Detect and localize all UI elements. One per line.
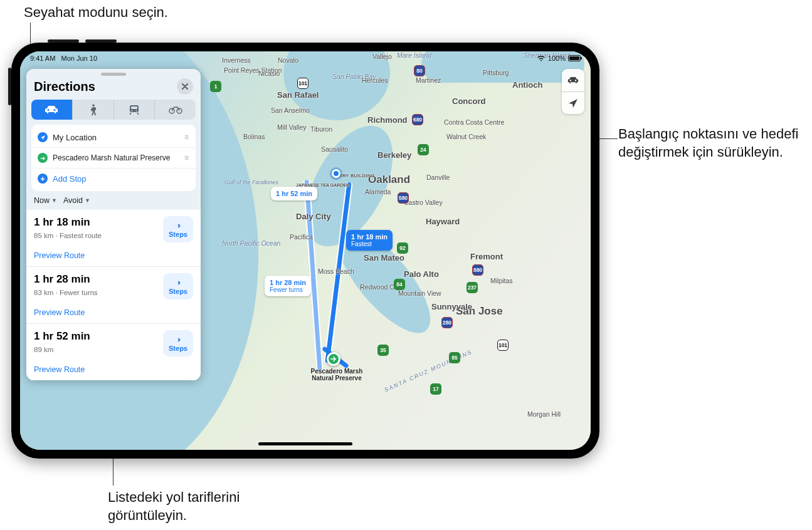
city-martinez: Martinez bbox=[416, 76, 441, 84]
stop-destination[interactable]: ➜ Pescadero Marsh Natural Preserve ≡ bbox=[31, 147, 196, 168]
city-richmond: Richmond bbox=[367, 115, 408, 125]
route-badge-main[interactable]: 1 hr 18 min Fastest bbox=[346, 230, 393, 251]
shield-ca35: 35 bbox=[377, 345, 389, 356]
city-sananselmo: San Anselmo bbox=[271, 107, 310, 114]
callout-mode: Seyahat modunu seçin. bbox=[24, 4, 168, 22]
shield-i80: 80 bbox=[414, 65, 425, 76]
city-milpitas: Milpitas bbox=[490, 277, 513, 284]
chevron-down-icon: ▼ bbox=[85, 197, 90, 204]
route-stops: My Location ≡ ➜ Pescadero Marsh Natural … bbox=[31, 125, 196, 191]
city-pittsburg: Pittsburg bbox=[483, 69, 509, 76]
route-card[interactable]: 1 hr 18 min 85 km · Fastest route ›› Ste… bbox=[26, 210, 201, 267]
preview-route-button[interactable]: Preview Route bbox=[34, 308, 193, 317]
ipad-device: 9:41 AM Mon Jun 10 100% Nort bbox=[11, 43, 599, 459]
city-paloalto: Palo Alto bbox=[404, 269, 439, 279]
badge-note: Fewer turns bbox=[270, 286, 306, 293]
preview-route-button[interactable]: Preview Route bbox=[34, 365, 193, 374]
add-stop[interactable]: + Add Stop bbox=[31, 168, 196, 189]
svg-point-4 bbox=[135, 110, 137, 112]
label-ocean: North Pacific Ocean bbox=[222, 239, 260, 247]
city-danville: Danville bbox=[426, 174, 450, 181]
wifi-icon bbox=[537, 55, 546, 61]
battery-icon bbox=[568, 55, 581, 61]
panel-title: Directions bbox=[34, 80, 95, 94]
label-bay: San Pablo Bay bbox=[332, 73, 364, 80]
city-bolinas: Bolinas bbox=[243, 133, 265, 140]
city-hayward: Hayward bbox=[426, 217, 460, 226]
steps-label: Steps bbox=[169, 288, 187, 295]
shield-ca92: 92 bbox=[397, 242, 408, 254]
close-icon bbox=[182, 83, 188, 90]
status-left: 9:41 AM Mon Jun 10 bbox=[30, 55, 97, 62]
shield-ca237: 237 bbox=[467, 282, 478, 293]
city-dalycity: Daly City bbox=[296, 212, 331, 221]
chevrons-icon: ›› bbox=[177, 221, 179, 230]
my-location-icon bbox=[38, 132, 48, 142]
destination-icon: ➜ bbox=[38, 153, 48, 163]
steps-label: Steps bbox=[169, 231, 187, 238]
city-hercules: Hercules bbox=[362, 76, 388, 84]
city-sunnyvale: Sunnyvale bbox=[431, 302, 472, 311]
shield-ca24: 24 bbox=[418, 144, 429, 155]
badge-note: Fastest bbox=[351, 241, 388, 247]
mode-walk[interactable] bbox=[72, 100, 113, 120]
origin-pin[interactable] bbox=[332, 169, 340, 178]
avoid-options[interactable]: Avoid ▼ bbox=[63, 196, 90, 205]
city-sanrafael: San Rafael bbox=[277, 90, 319, 100]
drag-handle-icon[interactable]: ≡ bbox=[184, 133, 189, 142]
destination-label: Pescadero Marsh Natural Preserve bbox=[308, 368, 365, 382]
car-icon bbox=[45, 105, 58, 115]
mode-drive[interactable] bbox=[31, 100, 72, 120]
steps-button[interactable]: ›› Steps bbox=[163, 330, 193, 356]
shield-ca1: 1 bbox=[210, 81, 221, 92]
panel-grabber[interactable] bbox=[101, 73, 126, 76]
chevrons-icon: ›› bbox=[177, 335, 179, 344]
route-badge-alt2[interactable]: 1 hr 52 min bbox=[271, 187, 317, 200]
mode-transit[interactable] bbox=[113, 100, 155, 120]
chevrons-icon: ›› bbox=[177, 278, 179, 287]
route-badge-alt1[interactable]: 1 hr 28 min Fewer turns bbox=[265, 276, 311, 296]
drag-handle-icon[interactable]: ≡ bbox=[184, 153, 189, 162]
destination-pin[interactable] bbox=[327, 352, 340, 366]
badge-duration: 1 hr 52 min bbox=[276, 190, 312, 197]
transit-icon bbox=[129, 105, 140, 115]
city-contracosta: Contra Costa Centre bbox=[444, 118, 504, 126]
route-card[interactable]: 1 hr 52 min 89 km ›› Steps Preview Route bbox=[26, 324, 201, 380]
depart-now-label: Now bbox=[34, 196, 50, 205]
city-pointreyes: Point Reyes Station bbox=[224, 66, 258, 74]
shield-ca17: 17 bbox=[430, 383, 441, 395]
city-antioch: Antioch bbox=[512, 80, 542, 90]
steps-button[interactable]: ›› Steps bbox=[163, 273, 193, 299]
close-button[interactable] bbox=[177, 78, 193, 95]
city-castrovalley: Castro Valley bbox=[404, 199, 443, 206]
stop-origin[interactable]: My Location ≡ bbox=[31, 127, 196, 147]
map-mode-button[interactable] bbox=[562, 69, 584, 91]
home-indicator[interactable] bbox=[258, 442, 352, 445]
route-subtitle: 89 km bbox=[34, 346, 157, 356]
arrow-icon bbox=[330, 356, 337, 362]
city-mountainview: Mountain View bbox=[398, 289, 441, 297]
locate-button[interactable] bbox=[562, 91, 584, 114]
map-controls bbox=[562, 69, 584, 114]
walk-icon bbox=[88, 104, 97, 115]
power-button bbox=[8, 68, 11, 105]
preview-route-button[interactable]: Preview Route bbox=[34, 251, 193, 260]
add-stop-label: Add Stop bbox=[53, 174, 87, 184]
city-sausalito: Sausalito bbox=[321, 145, 348, 153]
steps-button[interactable]: ›› Steps bbox=[163, 216, 193, 242]
stop-origin-label: My Location bbox=[53, 133, 97, 142]
shield-ca84: 84 bbox=[394, 279, 405, 290]
shield-i580: 580 bbox=[398, 192, 409, 204]
route-duration: 1 hr 28 min bbox=[34, 273, 157, 289]
shield-us101: 101 bbox=[497, 340, 509, 351]
route-card[interactable]: 1 hr 28 min 83 km · Fewer turns ›› Steps… bbox=[26, 267, 201, 324]
depart-now[interactable]: Now ▼ bbox=[34, 196, 57, 205]
city-concord: Concord bbox=[452, 96, 485, 106]
mode-cycle[interactable] bbox=[154, 100, 196, 120]
directions-panel: Directions bbox=[26, 69, 201, 380]
route-options: Now ▼ Avoid ▼ bbox=[26, 196, 201, 210]
volume-button bbox=[85, 39, 117, 43]
svg-point-0 bbox=[92, 104, 95, 107]
volume-button bbox=[48, 39, 79, 43]
shield-i880: 880 bbox=[472, 264, 483, 276]
